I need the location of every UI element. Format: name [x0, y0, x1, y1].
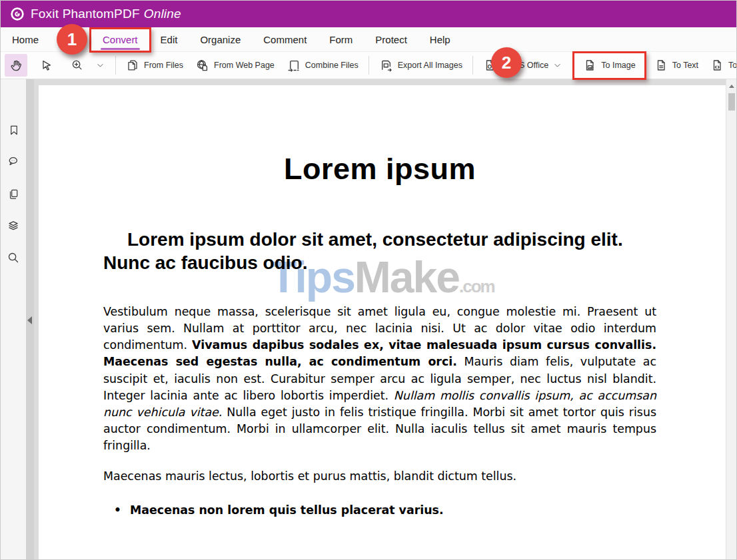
menu-convert-label: Convert: [103, 34, 138, 45]
to-html-label: To HTML: [728, 61, 737, 70]
from-web-page-button[interactable]: From Web Page: [189, 54, 281, 77]
to-text-icon: [654, 59, 668, 72]
app-title: Foxit PhantomPDFOnline: [31, 7, 181, 21]
toolbar-divider: [115, 56, 116, 75]
document-title: Lorem ipsum: [103, 152, 656, 186]
main-area: TipsMake.com Lorem ipsum Lorem ipsum dol…: [1, 79, 736, 560]
from-files-icon: [126, 59, 139, 72]
collapse-sidebar-icon[interactable]: [27, 316, 32, 324]
combine-files-button[interactable]: Combine Files: [281, 54, 365, 77]
toolbar-divider: [472, 56, 473, 75]
to-text-button[interactable]: To Text: [648, 54, 704, 77]
menu-home[interactable]: Home: [1, 31, 50, 49]
bookmarks-panel-button[interactable]: [1, 114, 25, 146]
comments-panel-button[interactable]: [1, 146, 25, 178]
comment-icon: [7, 155, 20, 168]
from-web-page-icon: [195, 59, 209, 73]
pages-icon: [7, 188, 20, 200]
menubar: Home Convert Edit Organize Comment Form …: [1, 27, 736, 52]
list-item: Maecenas non lorem quis tellus placerat …: [130, 502, 656, 519]
select-tool-button[interactable]: [35, 54, 58, 77]
navigation-sidebar: [1, 79, 26, 560]
combine-files-icon: [287, 59, 301, 73]
document-subtitle: Lorem ipsum dolor sit amet, consectetur …: [103, 228, 656, 274]
scroll-up-button[interactable]: [729, 79, 734, 91]
from-web-page-label: From Web Page: [214, 61, 275, 70]
hand-icon: [9, 59, 23, 73]
foxit-logo-icon: [10, 7, 25, 21]
hand-tool-button[interactable]: [5, 54, 27, 77]
toolbar: From Files From Web Page Combine Files: [1, 52, 736, 79]
menu-help[interactable]: Help: [418, 31, 462, 49]
toolbar-divider: [368, 56, 369, 75]
menu-convert[interactable]: Convert: [91, 31, 149, 49]
select-cursor-icon: [40, 59, 53, 72]
pdf-page: TipsMake.com Lorem ipsum Lorem ipsum dol…: [39, 85, 726, 560]
annotation-step-2-badge: 2: [491, 47, 522, 78]
menu-form[interactable]: Form: [318, 31, 364, 49]
combine-files-label: Combine Files: [305, 61, 359, 70]
document-viewport: TipsMake.com Lorem ipsum Lorem ipsum dol…: [34, 79, 726, 560]
zoom-options-button[interactable]: [89, 54, 111, 77]
menu-protect[interactable]: Protect: [364, 31, 418, 49]
to-html-icon: [710, 59, 724, 72]
export-all-images-icon: [379, 59, 393, 73]
to-image-icon: [583, 59, 596, 72]
app-window: Foxit PhantomPDFOnline Home Convert Edit…: [0, 0, 737, 560]
search-panel-button[interactable]: [1, 242, 25, 274]
layers-panel-button[interactable]: [1, 210, 25, 242]
to-image-label: To Image: [601, 61, 635, 70]
to-html-button[interactable]: To HTML: [704, 54, 737, 77]
document-paragraph: Vestibulum neque massa, scelerisque sit …: [103, 304, 656, 455]
active-tab-underline: [101, 48, 140, 50]
zoom-in-icon: [71, 59, 84, 72]
pages-panel-button[interactable]: [1, 178, 25, 210]
menu-comment[interactable]: Comment: [252, 31, 318, 49]
layers-icon: [7, 219, 20, 232]
search-icon: [7, 251, 20, 264]
vertical-scrollbar[interactable]: [726, 79, 736, 560]
document-bullet-list: Maecenas non lorem quis tellus placerat …: [103, 502, 656, 519]
export-all-images-label: Export All Images: [398, 61, 462, 70]
menu-organize[interactable]: Organize: [189, 31, 252, 49]
scroll-up-arrow-icon: [729, 85, 734, 88]
document-content: Lorem ipsum Lorem ipsum dolor sit amet, …: [103, 152, 656, 519]
zoom-in-button[interactable]: [66, 54, 89, 77]
to-text-label: To Text: [672, 61, 698, 70]
scrollbar-thumb[interactable]: [728, 93, 735, 111]
export-all-images-button[interactable]: Export All Images: [373, 54, 468, 77]
titlebar: Foxit PhantomPDFOnline: [1, 1, 736, 27]
to-image-button[interactable]: To Image: [577, 54, 641, 77]
from-files-button[interactable]: From Files: [120, 54, 189, 77]
document-paragraph: Maecenas mauris lectus, lobortis et puru…: [103, 468, 656, 485]
sidebar-splitter[interactable]: [26, 79, 34, 560]
bookmark-icon: [7, 124, 20, 137]
menu-edit[interactable]: Edit: [149, 31, 189, 49]
from-files-label: From Files: [144, 61, 183, 70]
chevron-down-icon: [96, 61, 105, 70]
chevron-down-icon: [553, 61, 562, 70]
annotation-step-1-badge: 1: [57, 24, 87, 55]
